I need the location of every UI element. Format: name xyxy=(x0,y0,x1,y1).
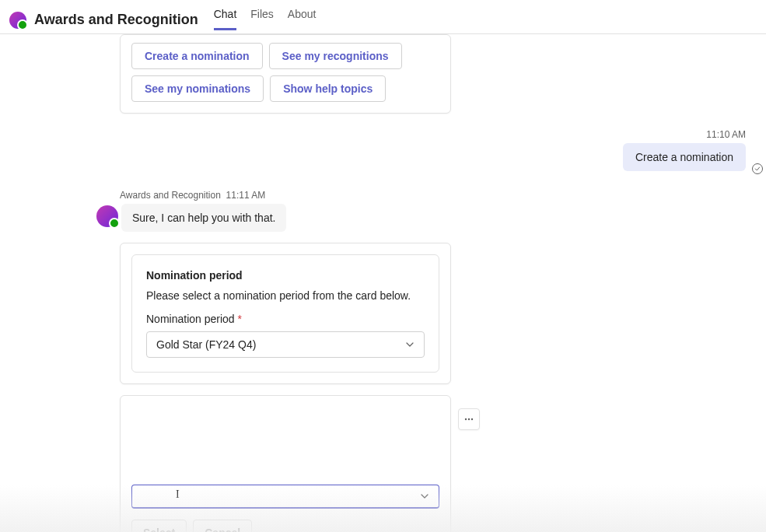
user-message-text: Create a nomination xyxy=(635,151,733,163)
app-title: Awards and Recognition xyxy=(34,12,198,28)
text-cursor-icon: I xyxy=(176,488,180,501)
bot-name: Awards and Recognition xyxy=(120,190,221,201)
show-help-button[interactable]: Show help topics xyxy=(270,75,386,102)
card-more-button[interactable] xyxy=(458,408,480,430)
checkmark-circle-icon xyxy=(754,166,761,172)
award-select-card: I Select Cancel xyxy=(120,395,451,532)
required-mark: * xyxy=(238,313,242,325)
nomination-period-select[interactable]: Gold Star (FY24 Q4) xyxy=(146,331,425,358)
bot-message-time: 11:11 AM xyxy=(226,190,266,201)
nomination-card-description: Please select a nomination period from t… xyxy=(146,289,425,302)
bot-avatar xyxy=(96,205,118,227)
svg-point-2 xyxy=(471,418,473,420)
create-nomination-button[interactable]: Create a nomination xyxy=(131,43,263,69)
app-header: Awards and Recognition Chat Files About xyxy=(0,0,766,34)
nomination-selected-value: Gold Star (FY24 Q4) xyxy=(156,338,256,351)
quick-actions-card: Create a nomination See my recognitions … xyxy=(120,34,451,114)
bot-message-row: Sure, I can help you with that. xyxy=(96,204,766,232)
select-button[interactable]: Select xyxy=(131,520,187,532)
field-label-text: Nomination period xyxy=(146,313,235,325)
user-message-time: 11:10 AM xyxy=(706,129,746,140)
cancel-button[interactable]: Cancel xyxy=(193,520,252,532)
app-avatar xyxy=(9,12,26,29)
nomination-field-label: Nomination period * xyxy=(146,313,425,325)
see-nominations-button[interactable]: See my nominations xyxy=(131,75,264,102)
tab-chat[interactable]: Chat xyxy=(214,8,237,30)
sent-status-icon xyxy=(752,163,763,174)
chevron-down-icon xyxy=(420,492,429,501)
tab-files[interactable]: Files xyxy=(250,8,274,30)
chevron-down-icon xyxy=(405,340,414,349)
user-message-bubble: Create a nomination xyxy=(623,143,746,171)
nomination-card-title: Nomination period xyxy=(146,269,425,282)
bot-message-meta: Awards and Recognition 11:11 AM xyxy=(120,190,766,201)
tab-about[interactable]: About xyxy=(288,8,317,30)
bot-reply-bubble: Sure, I can help you with that. xyxy=(121,204,286,232)
bot-reply-text: Sure, I can help you with that. xyxy=(132,212,275,224)
more-horizontal-icon xyxy=(463,414,474,425)
user-message-row: 11:10 AM Create a nomination xyxy=(0,129,746,171)
svg-point-0 xyxy=(465,418,467,420)
see-recognitions-button[interactable]: See my recognitions xyxy=(269,43,402,69)
svg-point-1 xyxy=(468,418,470,420)
nomination-period-card: Nomination period Please select a nomina… xyxy=(120,243,451,384)
header-tabs: Chat Files About xyxy=(214,6,317,33)
award-search-input[interactable]: I xyxy=(131,485,439,509)
chat-area: Create a nomination See my recognitions … xyxy=(0,34,766,532)
